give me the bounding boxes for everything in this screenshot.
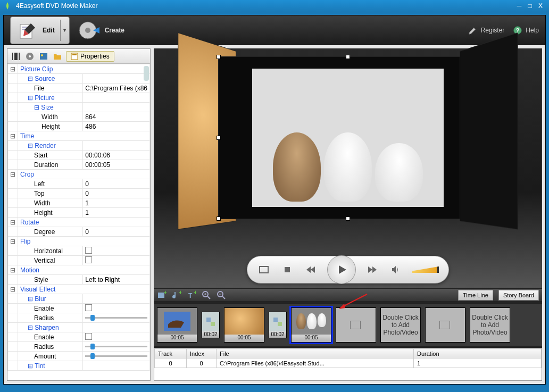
- svg-rect-27: [206, 318, 211, 322]
- group-rotate[interactable]: Rotate: [18, 218, 150, 227]
- prop-flip-h-checkbox[interactable]: [85, 247, 92, 254]
- prop-style-label: Style: [18, 275, 83, 285]
- prop-duration-value[interactable]: 00:00:05: [83, 160, 150, 170]
- group-crop[interactable]: Crop: [18, 170, 150, 179]
- prop-height-label: Height: [18, 122, 83, 131]
- prop-crop-top-label: Top: [18, 189, 83, 198]
- group-sharpen[interactable]: ⊟ Sharpen: [18, 323, 83, 332]
- group-visual-effect[interactable]: Visual Effect: [18, 285, 150, 294]
- prop-sharpen-amount-slider[interactable]: [85, 355, 147, 357]
- prop-flip-v-checkbox[interactable]: [85, 256, 92, 263]
- prop-crop-height-label: Height: [18, 208, 83, 218]
- zoom-out-icon[interactable]: [217, 290, 226, 300]
- svg-rect-17: [285, 267, 290, 272]
- svg-rect-9: [18, 53, 19, 60]
- prop-start-value[interactable]: 00:00:06: [83, 151, 150, 160]
- svg-text:+: +: [164, 290, 167, 296]
- timeline-empty-slot[interactable]: [425, 307, 465, 343]
- create-button[interactable]: Create: [73, 17, 130, 44]
- preview-current-frame[interactable]: [218, 56, 478, 219]
- group-picture-clip[interactable]: Picture Clip: [18, 64, 150, 74]
- timeline-clip[interactable]: 00:05: [157, 307, 197, 343]
- svg-point-13: [41, 54, 43, 56]
- register-button[interactable]: Register: [468, 26, 505, 35]
- prop-sharpen-radius-label: Radius: [18, 342, 83, 352]
- track-row[interactable]: 0 0 C:\Program Files (x86)\4Easysoft Stu…: [155, 358, 542, 368]
- edit-dropdown[interactable]: ▾: [61, 27, 69, 33]
- storyboard-view-button[interactable]: Story Board: [498, 290, 539, 301]
- prop-file-value[interactable]: C:\Program Files (x86: [83, 84, 150, 93]
- group-motion[interactable]: Motion: [18, 265, 150, 275]
- group-flip[interactable]: Flip: [18, 237, 150, 246]
- group-size[interactable]: ⊟ Size: [18, 103, 83, 112]
- prop-blur-radius-label: Radius: [18, 313, 83, 323]
- prop-blur-enable-checkbox[interactable]: [85, 304, 92, 311]
- add-audio-icon[interactable]: +: [172, 290, 181, 300]
- group-render[interactable]: ⊟ Render: [18, 141, 83, 151]
- tab-folder-icon[interactable]: [52, 51, 63, 62]
- minimize-button[interactable]: ─: [514, 2, 525, 10]
- volume-slider[interactable]: [412, 266, 439, 273]
- maximize-button[interactable]: □: [525, 2, 535, 10]
- zoom-in-icon[interactable]: [202, 290, 211, 300]
- timeline[interactable]: 00:05 00:02 00:05 00:02 00:05: [154, 302, 542, 348]
- add-media-icon[interactable]: +: [157, 290, 167, 300]
- col-track[interactable]: Track: [155, 349, 187, 358]
- svg-rect-29: [273, 318, 278, 322]
- col-index[interactable]: Index: [187, 349, 217, 358]
- timeline-transition[interactable]: 00:02: [269, 312, 287, 338]
- svg-text:+: +: [179, 290, 181, 296]
- group-tint[interactable]: ⊟ Tint: [18, 361, 83, 371]
- group-picture[interactable]: ⊟ Picture: [18, 93, 83, 103]
- preview-area[interactable]: [154, 48, 542, 288]
- prop-degree-label: Degree: [18, 227, 83, 237]
- edit-button[interactable]: Edit: [11, 17, 60, 44]
- register-label: Register: [481, 27, 505, 34]
- svg-rect-16: [260, 266, 268, 273]
- app-logo-icon: [3, 2, 12, 10]
- prop-crop-height-value[interactable]: 1: [83, 208, 150, 218]
- tab-film-icon[interactable]: [11, 51, 21, 62]
- scrollbar-thumb[interactable]: [144, 66, 149, 81]
- tab-image-icon[interactable]: [38, 51, 49, 62]
- next-button[interactable]: [365, 263, 379, 277]
- preview-next-frame: [460, 32, 518, 230]
- prop-blur-radius-slider[interactable]: [85, 317, 147, 319]
- prop-sharpen-enable-checkbox[interactable]: [85, 333, 92, 340]
- fullscreen-button[interactable]: [257, 263, 271, 277]
- prop-crop-top-value[interactable]: 0: [83, 189, 150, 198]
- cell-index: 0: [187, 358, 217, 368]
- timeline-empty-slot[interactable]: [336, 307, 376, 343]
- group-time[interactable]: Time: [18, 131, 150, 141]
- property-grid[interactable]: ⊟Picture Clip ⊟ Source FileC:\Program Fi…: [7, 64, 150, 380]
- timeline-transition[interactable]: 00:02: [202, 312, 220, 338]
- play-button[interactable]: [327, 255, 356, 284]
- col-duration[interactable]: Duration: [414, 349, 542, 358]
- right-panel: + + T+ Time Line Story Board 00:05 00: [154, 48, 542, 381]
- close-button[interactable]: X: [535, 2, 546, 10]
- prop-sharpen-radius-slider[interactable]: [85, 346, 147, 347]
- add-text-icon[interactable]: T+: [187, 290, 196, 300]
- track-table: Track Index File Duration 0 0 C:\Program…: [154, 348, 542, 381]
- prop-width-value[interactable]: 864: [83, 112, 150, 122]
- timeline-add-slot[interactable]: Double Click to Add Photo/Video: [380, 307, 421, 343]
- group-source[interactable]: ⊟ Source: [18, 74, 83, 84]
- prop-degree-value[interactable]: 0: [83, 227, 150, 237]
- create-label: Create: [105, 27, 124, 34]
- col-file[interactable]: File: [217, 349, 414, 358]
- prop-crop-width-value[interactable]: 1: [83, 198, 150, 208]
- prev-button[interactable]: [304, 263, 318, 277]
- timeline-clip[interactable]: 00:05: [224, 307, 264, 343]
- tab-disc-icon[interactable]: [24, 51, 35, 62]
- prop-style-value[interactable]: Left to Right: [83, 275, 150, 285]
- svg-point-11: [29, 55, 31, 57]
- tab-properties[interactable]: Properties: [66, 51, 114, 62]
- timeline-clip-selected[interactable]: 00:05: [291, 307, 331, 343]
- prop-height-value[interactable]: 486: [83, 122, 150, 131]
- group-blur[interactable]: ⊟ Blur: [18, 294, 83, 304]
- timeline-add-slot[interactable]: Double Click to Add Photo/Video: [470, 307, 510, 343]
- timeline-view-button[interactable]: Time Line: [458, 290, 493, 301]
- prop-crop-left-value[interactable]: 0: [83, 179, 150, 189]
- volume-icon[interactable]: [389, 263, 403, 277]
- stop-button[interactable]: [280, 263, 294, 277]
